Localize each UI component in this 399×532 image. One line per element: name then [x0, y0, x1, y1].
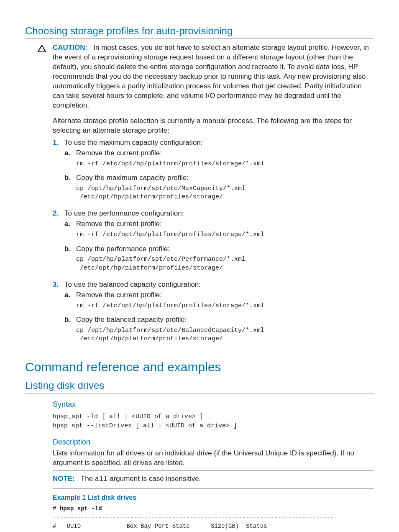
command-block: cp /opt/hp/platform/spt/etc/Performance/… — [76, 255, 374, 272]
substep-marker: b. — [64, 244, 76, 254]
substep-text: Remove the current profile: — [76, 149, 162, 158]
divider — [53, 470, 374, 471]
substep-text: Copy the performance profile: — [76, 244, 170, 254]
step-text: To use the balanced capacity configurati… — [64, 280, 201, 288]
note-label: NOTE: — [53, 475, 75, 483]
heading-listing-drives: Listing disk drives — [25, 379, 374, 393]
caution-icon — [38, 43, 53, 55]
substep-text: Remove the current profile: — [76, 219, 162, 229]
command-block: cp /opt/hp/platform/spt/etc/BalancedCapa… — [76, 326, 374, 344]
command-block: cp /opt/hp/platform/spt/etc/MaxCapacity/… — [76, 185, 374, 202]
substep-marker: b. — [64, 173, 76, 183]
intro-paragraph: Alternate storage profile selection is c… — [53, 116, 374, 136]
heading-choosing-profiles: Choosing storage profiles for auto-provi… — [25, 24, 374, 39]
syntax-block: hpsp_spt -ld [ all | <UUID of a drive> ]… — [53, 412, 374, 431]
substep-text: Copy the balanced capacity profile: — [76, 315, 187, 325]
steps-list: 1. To use the maximum capacity configura… — [53, 138, 374, 349]
substep-text: Remove the current profile: — [76, 290, 162, 300]
step-marker: 2. — [53, 209, 64, 278]
note-prefix: The — [81, 475, 95, 483]
command-block: rm -rf /etc/opt/hp/platform/profiles/sto… — [76, 231, 374, 239]
description-label: Description — [53, 437, 374, 447]
syntax-label: Syntax — [53, 399, 374, 409]
substep-marker: a. — [64, 219, 76, 229]
caution-block: CAUTION: In most cases, you do not have … — [25, 43, 374, 111]
caution-label: CAUTION: — [53, 44, 87, 51]
example-title: Example 1 List disk drives — [53, 493, 374, 502]
step-marker: 3. — [53, 280, 64, 349]
step-text: To use the maximum capacity configuratio… — [64, 139, 203, 146]
note-suffix: argument is case insensitive. — [107, 475, 201, 483]
divider — [53, 488, 374, 489]
heading-command-reference: Command reference and examples — [25, 359, 374, 376]
description-text: Lists information for all drives or an i… — [53, 449, 374, 468]
step-text: To use the performance configuration: — [64, 209, 184, 217]
note-code: all — [95, 475, 108, 483]
step-marker: 1. — [53, 138, 64, 207]
substep-marker: a. — [64, 290, 76, 300]
command-block: rm -rf /etc/opt/hp/platform/profiles/sto… — [76, 160, 374, 168]
substep-text: Copy the maximum capacity profile: — [76, 173, 189, 183]
example-output: # hpsp_spt -ld -------------------------… — [53, 504, 374, 532]
caution-text: In most cases, you do not have to select… — [53, 44, 369, 109]
command-block: rm -rf /etc/opt/hp/platform/profiles/sto… — [76, 302, 374, 310]
substep-marker: b. — [64, 315, 76, 325]
note-block: NOTE: The all argument is case insensiti… — [53, 474, 374, 484]
substep-marker: a. — [64, 149, 76, 158]
